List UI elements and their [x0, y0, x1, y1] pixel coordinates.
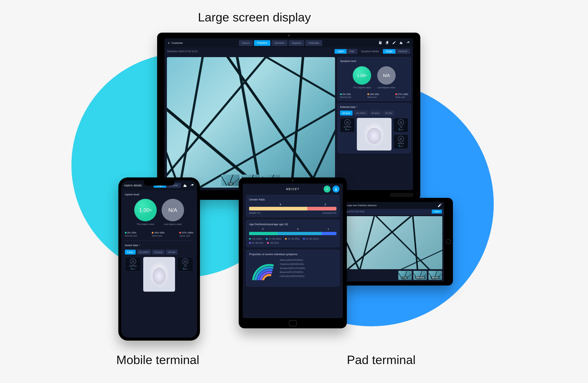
this-degree-gauge: 1.00% This degree value	[353, 66, 371, 89]
thumb-top[interactable]: Top	[221, 175, 240, 186]
title-mobile: Mobile terminal	[116, 353, 199, 367]
mb-zone-top[interactable]: Top 0/cm²	[177, 257, 193, 272]
cat-alopecia[interactable]: Alopecia	[289, 40, 304, 46]
svg-point-0	[347, 121, 348, 123]
mb-chip-3[interactable]: wh.hair	[166, 250, 177, 255]
tablet-landscape-device: Single item Poliothrix detection ◀ 2024-…	[339, 198, 453, 285]
chip-whyellow[interactable]: wh.yellow	[354, 111, 368, 115]
detected-data-panel: Detected data ? wh.gray wh.yellow wh.gra…	[337, 103, 411, 153]
chip-whgray2[interactable]: wh.gray	[369, 111, 381, 115]
cat-poliothrix[interactable]: Poliothrix	[254, 40, 270, 46]
svg-point-1	[400, 121, 402, 123]
compare-icon[interactable]	[183, 183, 187, 188]
save-icon[interactable]	[378, 40, 382, 45]
share-icon[interactable]	[190, 183, 194, 188]
svg-point-2	[400, 138, 402, 140]
last-degree-gauge: N/A Last degree value	[377, 66, 396, 89]
mb-last-gauge: N/A Last degree value	[162, 199, 184, 225]
title-large: Large screen display	[198, 10, 311, 24]
tl-scalp-viewer[interactable]	[346, 216, 442, 269]
brand-label: MEICET	[286, 187, 299, 191]
large-screen-device: Customer Sebum Poliothrix Sensitive Alop…	[157, 33, 420, 200]
svg-point-3	[336, 188, 336, 189]
mb-zone-bothside[interactable]: BothSide 0/cm²	[125, 257, 141, 272]
severity-panel: Proportion of severe individual symptoms…	[246, 250, 339, 286]
zone-bothside[interactable]: BothSide 0/cm²	[340, 118, 355, 132]
mb-chip-0[interactable]: h.gray	[125, 250, 136, 255]
compare-icon[interactable]	[399, 40, 403, 45]
symptom-details-label: Symptom details	[361, 50, 379, 53]
age-distribution-panel: Age Distribution(average age 24) 2 3 1 <…	[246, 220, 339, 247]
svg-point-5	[185, 261, 186, 262]
tl-title: Single item Poliothrix detection	[346, 204, 377, 207]
zone-top[interactable]: Top 0/cm²	[394, 118, 408, 132]
mb-details-label: mptom details	[124, 184, 142, 187]
mb-chip-1[interactable]: wh.yellow	[137, 250, 151, 255]
tablet-portrait-device: MEICET Gender Ratio 42 Male66.7% Female3…	[239, 178, 347, 328]
head-3d-model[interactable]	[357, 118, 392, 150]
chevron-left-icon	[167, 41, 170, 44]
scalp-image-viewer[interactable]: Top BothSide Behind	[167, 57, 335, 188]
symptom-level-panel: Symptom level 1.00% This degree value N/…	[337, 57, 411, 101]
tl-thumb-top[interactable]: Top	[398, 271, 412, 280]
svg-point-4	[132, 261, 134, 262]
user-button[interactable]	[333, 186, 339, 193]
tl-thumb-bothside[interactable]: BothSide	[413, 271, 427, 280]
cat-sensitive[interactable]: Sensitive	[272, 40, 288, 46]
share-icon[interactable]	[406, 40, 410, 45]
title-pad: Pad terminal	[347, 353, 416, 367]
close-button[interactable]: Close	[432, 210, 442, 214]
tl-thumb-behind[interactable]: Behind	[428, 271, 442, 280]
label-hide-toggle[interactable]: Label Hide	[335, 49, 357, 54]
chip-whgray[interactable]: wh.gray	[340, 111, 353, 115]
mobile-device: mptom details SingleGeneral mptom level …	[118, 178, 200, 341]
mb-head-model[interactable]	[143, 257, 175, 292]
cat-folliculitis[interactable]: Folliculitis	[305, 40, 322, 46]
edit-icon[interactable]	[438, 203, 442, 208]
refresh-button[interactable]	[324, 186, 331, 193]
edit-icon[interactable]	[392, 40, 396, 45]
cat-sebum[interactable]: Sebum	[239, 40, 253, 46]
help-icon[interactable]: ?	[356, 106, 357, 108]
mb-chip-2[interactable]: wh.gray	[152, 250, 165, 255]
gender-ratio-panel: Gender Ratio 42 Male66.7% Female33.3%	[246, 195, 339, 217]
zone-behind[interactable]: Behind 0/cm²	[394, 134, 408, 149]
chip-whhair[interactable]: wh.hair	[383, 111, 394, 115]
help-icon[interactable]: ?	[139, 244, 140, 247]
single-general-toggle[interactable]: Single General	[383, 49, 410, 54]
mb-this-gauge: 1.00% This degree value	[134, 199, 157, 225]
category-tabs: Sebum Poliothrix Sensitive Alopecia Foll…	[239, 40, 322, 46]
copy-icon[interactable]	[385, 40, 389, 45]
back-button[interactable]: Customer	[167, 41, 183, 44]
